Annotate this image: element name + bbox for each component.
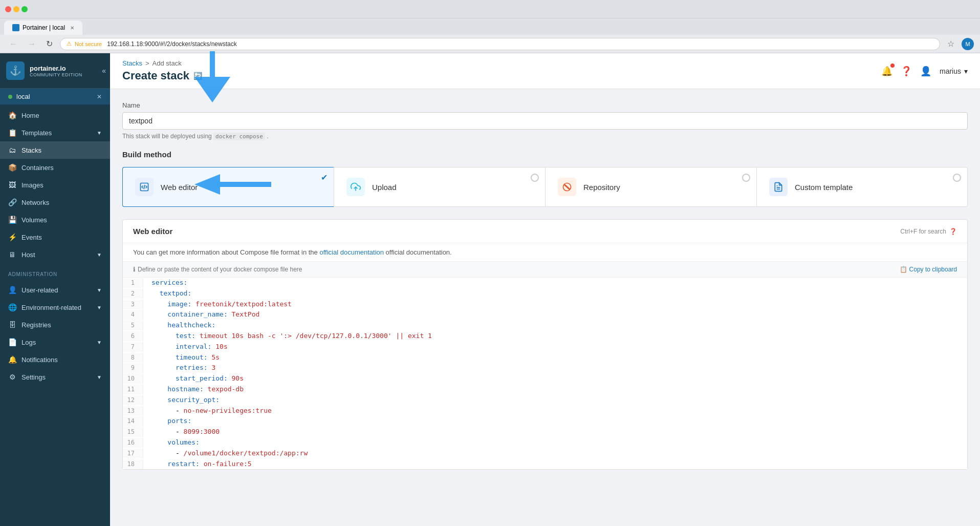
username: marius	[940, 67, 961, 75]
sidebar-item-user-related[interactable]: 👤 User-related ▼	[0, 281, 110, 299]
sidebar-item-home[interactable]: 🏠 Home	[0, 107, 110, 124]
docs-link[interactable]: official documentation	[319, 248, 384, 256]
sidebar-item-volumes[interactable]: 💾 Volumes	[0, 211, 110, 228]
browser-tab[interactable]: Portainer | local ✕	[4, 20, 82, 35]
chevron-down-icon: ▼	[97, 374, 102, 380]
refresh-btn[interactable]: 🔄	[193, 72, 202, 80]
sidebar-item-label: User-related	[21, 286, 58, 294]
line-number: 11	[123, 385, 143, 394]
sidebar-item-label: Registries	[21, 321, 51, 329]
custom-template-radio	[953, 174, 961, 182]
sidebar-item-images[interactable]: 🖼 Images	[0, 176, 110, 194]
build-option-web-editor[interactable]: Web editor ✔	[122, 167, 334, 207]
sidebar-item-label: Volumes	[21, 216, 47, 224]
code-line: 2 textpod:	[123, 288, 967, 299]
sidebar-collapse-btn[interactable]: «	[102, 67, 106, 75]
build-option-custom-template[interactable]: Custom template	[756, 167, 968, 207]
environment-selector[interactable]: local ✕	[0, 89, 110, 104]
line-number: 1	[123, 278, 143, 288]
user-menu[interactable]: marius ▾	[940, 67, 968, 75]
line-content: security_opt:	[143, 395, 220, 406]
line-content: hostname: texpod-db	[143, 384, 244, 395]
back-btn[interactable]: ←	[6, 38, 20, 50]
tab-favicon	[12, 24, 19, 31]
hint-period: .	[267, 133, 268, 140]
sidebar-item-settings[interactable]: ⚙ Settings ▼	[0, 368, 110, 386]
images-icon: 🖼	[8, 181, 16, 189]
security-label: Not secure	[75, 41, 102, 47]
admin-section-label: Administration	[0, 265, 110, 279]
name-input[interactable]	[122, 112, 968, 130]
sidebar-item-logs[interactable]: 📄 Logs ▼	[0, 333, 110, 351]
tab-close-btn[interactable]: ✕	[70, 25, 74, 31]
define-hint: ℹ Define or paste the content of your do…	[133, 266, 302, 273]
code-line: 11 hostname: texpod-db	[123, 384, 967, 395]
name-label: Name	[122, 101, 968, 109]
line-number: 18	[123, 459, 143, 469]
user-icon-btn[interactable]: 👤	[920, 66, 931, 77]
code-line: 4 container_name: TextPod	[123, 309, 967, 320]
registries-icon: 🗄	[8, 321, 16, 329]
repository-radio	[742, 174, 750, 182]
reload-btn[interactable]: ↻	[43, 38, 56, 50]
code-line: 15 - 8099:3000	[123, 427, 967, 437]
sidebar-item-host[interactable]: 🖥 Host ▼	[0, 246, 110, 263]
profile-avatar[interactable]: M	[962, 38, 974, 50]
help-btn[interactable]: ❓	[901, 66, 912, 77]
repository-icon	[558, 178, 576, 196]
line-number: 7	[123, 342, 143, 352]
copy-clipboard-btn[interactable]: 📋 Copy to clipboard	[900, 266, 957, 273]
breadcrumb-stacks-link[interactable]: Stacks	[122, 59, 142, 67]
code-line: 8 timeout: 5s	[123, 352, 967, 363]
clipboard-icon: 📋	[900, 266, 907, 273]
sidebar-item-environment-related[interactable]: 🌐 Environment-related ▼	[0, 299, 110, 316]
build-method-group: Build method Web editor ✔	[122, 150, 968, 207]
code-line: 9 retries: 3	[123, 363, 967, 373]
home-icon: 🏠	[8, 111, 16, 119]
code-editor[interactable]: 1services:2 textpod:3 image: freetonik/t…	[123, 278, 967, 469]
code-line: 6 test: timeout 10s bash -c ':> /dev/tcp…	[123, 331, 967, 342]
sidebar-item-label: Logs	[21, 339, 36, 346]
notification-bell[interactable]: 🔔	[881, 66, 892, 77]
chevron-down-icon: ▾	[964, 67, 968, 75]
forward-btn[interactable]: →	[25, 38, 39, 50]
web-editor-hint: You can get more information about Compo…	[123, 243, 967, 262]
address-input[interactable]: ⚠ Not secure 192.168.1.18:9000/#!/2/dock…	[60, 38, 940, 50]
sidebar-item-label: Networks	[21, 199, 49, 206]
hint-prefix: You can get more information about Compo…	[133, 248, 318, 256]
sidebar-item-label: Stacks	[21, 146, 41, 154]
window-controls	[5, 6, 28, 12]
build-option-upload[interactable]: Upload	[334, 167, 545, 207]
sidebar-item-stacks[interactable]: 🗂 Stacks	[0, 141, 110, 159]
sidebar-item-templates[interactable]: 📋 Templates ▼	[0, 124, 110, 141]
env-close-btn[interactable]: ✕	[97, 93, 102, 100]
breadcrumb-current: Add stack	[153, 59, 182, 67]
web-editor-title: Web editor	[133, 227, 172, 236]
browser-bar	[0, 0, 980, 18]
hint-text: This stack will be deployed using	[122, 133, 212, 140]
sidebar-item-notifications[interactable]: 🔔 Notifications	[0, 351, 110, 368]
sidebar-item-registries[interactable]: 🗄 Registries	[0, 316, 110, 333]
line-number: 15	[123, 427, 143, 437]
sidebar-item-label: Images	[21, 181, 43, 189]
repository-label: Repository	[583, 183, 620, 192]
sidebar-item-events[interactable]: ⚡ Events	[0, 228, 110, 246]
web-editor-header: Web editor Ctrl+F for search ❓	[123, 220, 967, 243]
info-icon: ℹ	[133, 266, 136, 273]
code-line: 12 security_opt:	[123, 395, 967, 406]
maximize-btn[interactable]	[21, 6, 28, 12]
volumes-icon: 💾	[8, 216, 16, 224]
events-icon: ⚡	[8, 233, 16, 241]
help-circle-icon: ❓	[949, 228, 957, 235]
build-option-repository[interactable]: Repository	[545, 167, 756, 207]
bookmark-btn[interactable]: ☆	[944, 38, 957, 50]
tab-bar: Portainer | local ✕	[0, 18, 980, 35]
minimize-btn[interactable]	[13, 6, 19, 12]
breadcrumb: Stacks > Add stack	[122, 59, 202, 67]
line-content: start_period: 90s	[143, 373, 244, 384]
close-btn[interactable]	[5, 6, 11, 12]
sidebar-item-networks[interactable]: 🔗 Networks	[0, 194, 110, 211]
line-number: 16	[123, 438, 143, 448]
compose-hint: This stack will be deployed using docker…	[122, 133, 968, 140]
sidebar-item-containers[interactable]: 📦 Containers	[0, 159, 110, 176]
